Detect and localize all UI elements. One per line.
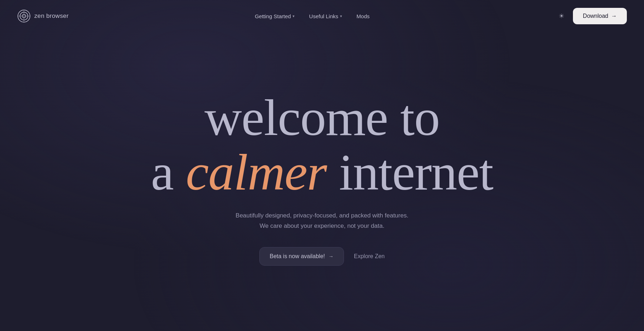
hero-title: welcome to a calmer internet bbox=[151, 90, 493, 199]
chevron-down-icon: ▾ bbox=[340, 14, 342, 19]
logo-link[interactable]: zen browser bbox=[17, 9, 69, 23]
hero-calmer-text: calmer bbox=[186, 144, 326, 201]
nav-getting-started[interactable]: Getting Started ▾ bbox=[249, 10, 300, 22]
explore-zen-link[interactable]: Explore Zen bbox=[354, 253, 385, 260]
nav-right: ☀ Download → bbox=[556, 8, 627, 24]
nav-links: Getting Started ▾ Useful Links ▾ Mods bbox=[249, 10, 375, 22]
hero-internet-text: internet bbox=[339, 144, 493, 201]
chevron-down-icon: ▾ bbox=[293, 14, 295, 19]
hero-line1: welcome to bbox=[151, 90, 493, 145]
logo-text: zen browser bbox=[34, 12, 69, 20]
nav-mods[interactable]: Mods bbox=[351, 10, 375, 22]
hero-a-text: a bbox=[151, 144, 174, 201]
hero-actions: Beta is now available! → Explore Zen bbox=[259, 247, 385, 266]
hero-line2: a calmer internet bbox=[151, 145, 493, 199]
arrow-right-icon: → bbox=[611, 13, 617, 19]
beta-available-button[interactable]: Beta is now available! → bbox=[259, 247, 344, 266]
navbar: zen browser Getting Started ▾ Useful Lin… bbox=[0, 0, 644, 32]
nav-useful-links[interactable]: Useful Links ▾ bbox=[303, 10, 348, 22]
hero-subtitle: Beautifully designed, privacy-focused, a… bbox=[236, 211, 409, 231]
arrow-right-icon: → bbox=[329, 254, 334, 259]
zen-logo-icon bbox=[17, 9, 31, 23]
theme-toggle-button[interactable]: ☀ bbox=[556, 9, 567, 23]
hero-section: welcome to a calmer internet Beautifully… bbox=[0, 32, 644, 331]
sun-icon: ☀ bbox=[559, 12, 564, 20]
download-button[interactable]: Download → bbox=[573, 8, 627, 24]
